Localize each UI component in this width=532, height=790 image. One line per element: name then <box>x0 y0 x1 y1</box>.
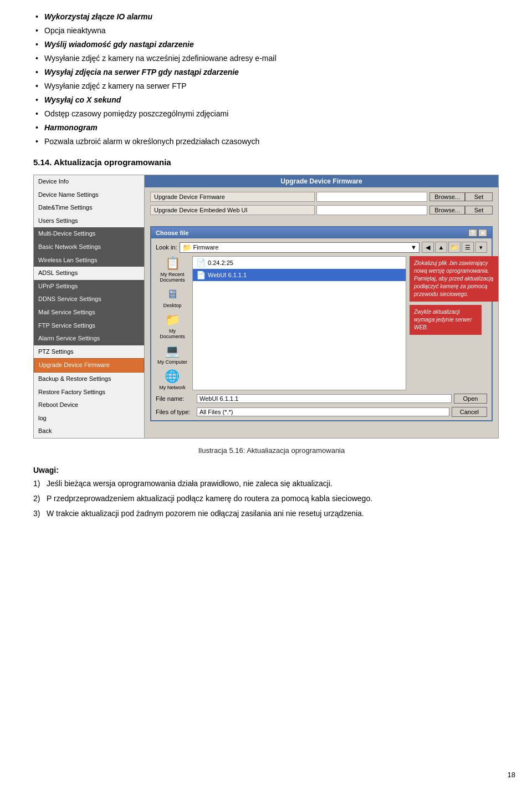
intro-bullets: Wykorzystaj złącze IO alarmu Opcja nieak… <box>33 11 510 147</box>
nav-wireless-lan[interactable]: Wireless Lan Settings <box>34 254 144 267</box>
look-in-label: Look in: <box>156 244 177 251</box>
file-list-container: 📄 0.24.2:25 📄 WebUI 6.1.1.1 <box>192 256 406 390</box>
note-box-right: Zwykle aktualizacji wymaga jedynie serwe… <box>410 305 482 335</box>
nav-upgrade-firmware[interactable]: Upgrade Device Firmware <box>34 358 144 373</box>
nav-device-name[interactable]: Device Name Settings <box>34 188 144 202</box>
nav-log[interactable]: log <box>34 412 144 425</box>
look-in-select[interactable]: 📁 Firmware ▼ <box>180 242 420 253</box>
nav-reboot[interactable]: Reboot Device <box>34 399 144 412</box>
recent-icon: 📋 <box>165 256 180 271</box>
shortcut-docs-label: My Documents <box>156 328 189 339</box>
nav-back-btn[interactable]: ◀ <box>422 242 434 253</box>
notes-title: Uwagi: <box>33 466 510 475</box>
bullet-bold-1: Wykorzystaj złącze IO alarmu <box>44 12 152 21</box>
screenshot-caption: Ilustracja 5.16: Aktualiazacja oprogramo… <box>33 446 510 455</box>
folder-icon: 📁 <box>182 243 191 252</box>
filetype-label: Files of type: <box>156 409 195 415</box>
main-panel: Upgrade Device Firmware Upgrade Device F… <box>145 175 498 438</box>
nav-backup-restore[interactable]: Backup & Restore Settings <box>34 373 144 386</box>
bullet-item-6: Wysyłanie zdjęć z kamery na serwer FTP <box>33 80 510 92</box>
docs-icon: 📁 <box>165 313 180 327</box>
firmware-browse-2[interactable]: Browse... <box>429 206 465 215</box>
nav-basic-network[interactable]: Basic Network Settings <box>34 241 144 254</box>
dialog-bottom-filename: File name: Open <box>156 394 487 404</box>
nav-ptz[interactable]: PTZ Settings <box>34 345 144 359</box>
nav-upnp[interactable]: UPnP Settings <box>34 280 144 293</box>
firmware-rows: Upgrade Device Firmware Browse... Set Up… <box>145 187 498 223</box>
file-item-1[interactable]: 📄 0.24.2:25 <box>193 257 406 269</box>
shortcut-computer[interactable]: 💻 My Computer <box>157 344 187 365</box>
bullet-bold-5: Wysyłaj zdjęcia na serwer FTP gdy nastąp… <box>44 68 239 77</box>
note-right-text: Zwykle aktualizacji wymaga jedynie serwe… <box>414 309 472 330</box>
bullet-text-2: Opcja nieaktywna <box>44 26 106 35</box>
note-item-1: 1) Jeśli bieżąca wersja oprogramowania d… <box>33 478 510 490</box>
nav-menu-btn[interactable]: ▾ <box>475 242 487 253</box>
bullet-bold-3: Wyślij wiadomość gdy nastąpi zdarzenie <box>44 40 194 49</box>
nav-ddns[interactable]: DDNS Service Settings <box>34 293 144 306</box>
nav-device-info[interactable]: Device Info <box>34 175 144 188</box>
note-item-3: 3) W trakcie aktualizacji pod żadnym poz… <box>33 508 510 519</box>
shortcut-recent-label: My RecentDocuments <box>160 272 185 283</box>
nav-mail-service[interactable]: Mail Service Settings <box>34 306 144 319</box>
bullet-bold-7: Wysyłaj co X sekund <box>44 95 121 104</box>
file-icon-2: 📄 <box>196 271 206 279</box>
file-shortcuts: 📋 My RecentDocuments 🖥 Desktop 📁 My Docu… <box>156 256 189 390</box>
file-main-and-notes: 📄 0.24.2:25 📄 WebUI 6.1.1.1 <box>192 256 487 390</box>
note-text-3: W trakcie aktualizacji pod żadnym pozore… <box>47 509 364 518</box>
filetype-input[interactable] <box>197 407 449 416</box>
nav-new-folder-btn[interactable]: 📁 <box>448 242 461 253</box>
firmware-label-2: Upgrade Device Embeded Web UI <box>150 205 315 215</box>
shortcut-recent[interactable]: 📋 My RecentDocuments <box>160 256 185 283</box>
file-name-1: 0.24.2:25 <box>208 259 233 266</box>
note-boxes: Zlokalizuj plik .bin zawierający nową we… <box>410 256 487 390</box>
desktop-icon: 🖥 <box>166 287 178 302</box>
page-number: 18 <box>508 771 515 779</box>
nav-btns: ◀ ▲ 📁 ☰ ▾ <box>422 242 487 253</box>
note-item-2: 2) P rzedprzeprowadzeniem aktualizacji p… <box>33 493 510 504</box>
filename-input[interactable] <box>197 394 452 403</box>
dialog-close-btn[interactable]: ✕ <box>478 229 487 237</box>
bullet-item-9: Harmonogram <box>33 122 510 134</box>
filename-label: File name: <box>156 395 195 402</box>
firmware-input-2[interactable] <box>316 205 427 215</box>
shortcut-desktop[interactable]: 🖥 Desktop <box>163 287 181 308</box>
open-button[interactable]: Open <box>454 394 487 404</box>
file-item-2[interactable]: 📄 WebUI 6.1.1.1 <box>193 269 406 281</box>
nav-view-btn[interactable]: ☰ <box>462 242 474 253</box>
notes-list: 1) Jeśli bieżąca wersja oprogramowania d… <box>33 478 510 519</box>
shortcut-desktop-label: Desktop <box>163 303 181 308</box>
bullet-item-3: Wyślij wiadomość gdy nastąpi zdarzenie <box>33 39 510 50</box>
dialog-help-btn[interactable]: ? <box>468 229 477 237</box>
shortcut-network[interactable]: 🌐 My Network <box>159 369 186 390</box>
nav-alarm-service[interactable]: Alarm Service Settings <box>34 332 144 345</box>
note-left-text: Zlokalizuj plik .bin zawierający nową we… <box>414 260 493 297</box>
shortcut-docs[interactable]: 📁 My Documents <box>156 313 189 339</box>
nav-up-btn[interactable]: ▲ <box>435 242 447 253</box>
bullet-item-5: Wysyłaj zdjęcia na serwer FTP gdy nastąp… <box>33 67 510 78</box>
firmware-row-2: Upgrade Device Embeded Web UI Browse... … <box>150 205 493 215</box>
nav-restore-factory[interactable]: Restore Factory Settings <box>34 386 144 399</box>
firmware-input-1[interactable] <box>316 192 427 202</box>
dialog-title: Choose file <box>156 230 188 236</box>
nav-adsl[interactable]: ADSL Settings <box>34 267 144 280</box>
bullet-item-2: Opcja nieaktywna <box>33 25 510 37</box>
choose-file-dialog: Choose file ? ✕ Look in: 📁 Firmware ▼ <box>150 226 493 421</box>
note-text-1: Jeśli bieżąca wersja oprogramowania dzia… <box>47 479 332 488</box>
shortcut-computer-label: My Computer <box>157 359 187 365</box>
bullet-text-10: Pozwala uzbroić alarm w określonych prze… <box>44 137 259 146</box>
nav-back[interactable]: Back <box>34 425 144 438</box>
firmware-set-2[interactable]: Set <box>465 206 493 215</box>
firmware-set-1[interactable]: Set <box>465 192 493 201</box>
bullet-item-7: Wysyłaj co X sekund <box>33 94 510 106</box>
nav-users[interactable]: Users Settings <box>34 215 144 228</box>
nav-datetime[interactable]: Date&Time Settings <box>34 201 144 215</box>
bullet-bold-9: Harmonogram <box>44 123 98 132</box>
file-area-wrapper: 📋 My RecentDocuments 🖥 Desktop 📁 My Docu… <box>156 256 487 390</box>
firmware-browse-1[interactable]: Browse... <box>429 192 465 201</box>
cancel-button[interactable]: Cancel <box>452 407 487 417</box>
dialog-titlebar: Choose file ? ✕ <box>151 227 492 238</box>
file-list: 📄 0.24.2:25 📄 WebUI 6.1.1.1 <box>192 256 406 390</box>
nav-multi-device[interactable]: Multi-Device Settings <box>34 227 144 241</box>
nav-ftp-service[interactable]: FTP Service Settings <box>34 319 144 333</box>
bullet-item-1: Wykorzystaj złącze IO alarmu <box>33 11 510 23</box>
